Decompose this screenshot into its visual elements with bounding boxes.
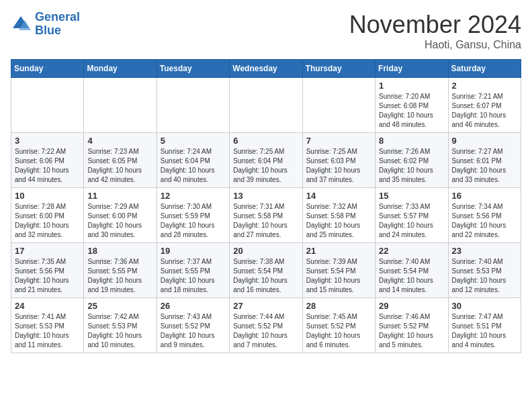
calendar-week-row: 3Sunrise: 7:22 AM Sunset: 6:06 PM Daylig… [11,133,521,188]
day-info: Sunrise: 7:27 AM Sunset: 6:01 PM Dayligh… [452,147,517,185]
day-info: Sunrise: 7:23 AM Sunset: 6:05 PM Dayligh… [87,147,152,185]
calendar-cell: 7Sunrise: 7:25 AM Sunset: 6:03 PM Daylig… [302,133,375,188]
weekday-header: Wednesday [230,60,302,78]
calendar-cell [84,78,157,133]
day-number: 23 [452,246,517,256]
day-info: Sunrise: 7:37 AM Sunset: 5:55 PM Dayligh… [161,257,226,295]
calendar-cell: 8Sunrise: 7:26 AM Sunset: 6:02 PM Daylig… [375,133,448,188]
calendar-cell: 24Sunrise: 7:41 AM Sunset: 5:53 PM Dayli… [11,298,84,353]
weekday-header: Thursday [302,60,375,78]
calendar-cell [302,78,375,133]
day-number: 18 [87,246,152,256]
day-number: 9 [452,136,517,146]
day-info: Sunrise: 7:26 AM Sunset: 6:02 PM Dayligh… [379,147,444,185]
day-info: Sunrise: 7:40 AM Sunset: 5:53 PM Dayligh… [452,257,517,295]
day-number: 20 [233,246,298,256]
day-info: Sunrise: 7:47 AM Sunset: 5:51 PM Dayligh… [452,312,517,350]
day-info: Sunrise: 7:33 AM Sunset: 5:57 PM Dayligh… [379,202,444,240]
day-number: 28 [306,301,371,311]
calendar-week-row: 10Sunrise: 7:28 AM Sunset: 6:00 PM Dayli… [11,188,521,243]
day-number: 3 [15,136,80,146]
page-header: General Blue November 2024 Haoti, Gansu,… [11,11,521,51]
day-number: 8 [379,136,444,146]
calendar-cell [11,78,84,133]
month-title: November 2024 [349,11,521,39]
day-number: 22 [379,246,444,256]
day-info: Sunrise: 7:28 AM Sunset: 6:00 PM Dayligh… [15,202,80,240]
logo-icon [11,14,31,34]
day-number: 15 [379,191,444,201]
calendar-cell: 25Sunrise: 7:42 AM Sunset: 5:53 PM Dayli… [84,298,157,353]
calendar-cell: 3Sunrise: 7:22 AM Sunset: 6:06 PM Daylig… [11,133,84,188]
day-info: Sunrise: 7:22 AM Sunset: 6:06 PM Dayligh… [15,147,80,185]
calendar-cell: 6Sunrise: 7:25 AM Sunset: 6:04 PM Daylig… [230,133,302,188]
calendar-cell: 30Sunrise: 7:47 AM Sunset: 5:51 PM Dayli… [448,298,521,353]
calendar-cell: 15Sunrise: 7:33 AM Sunset: 5:57 PM Dayli… [375,188,448,243]
calendar-cell: 22Sunrise: 7:40 AM Sunset: 5:54 PM Dayli… [375,243,448,298]
calendar-cell [230,78,302,133]
day-number: 25 [87,301,152,311]
calendar-cell: 21Sunrise: 7:39 AM Sunset: 5:54 PM Dayli… [302,243,375,298]
day-number: 27 [233,301,298,311]
weekday-header: Monday [84,60,157,78]
calendar-cell: 18Sunrise: 7:36 AM Sunset: 5:55 PM Dayli… [84,243,157,298]
calendar-cell: 26Sunrise: 7:43 AM Sunset: 5:52 PM Dayli… [157,298,229,353]
calendar-cell: 13Sunrise: 7:31 AM Sunset: 5:58 PM Dayli… [230,188,302,243]
day-number: 21 [306,246,371,256]
calendar-cell: 23Sunrise: 7:40 AM Sunset: 5:53 PM Dayli… [448,243,521,298]
day-info: Sunrise: 7:35 AM Sunset: 5:56 PM Dayligh… [15,257,80,295]
day-number: 16 [452,191,517,201]
logo-line1: General [35,10,80,24]
calendar-cell: 20Sunrise: 7:38 AM Sunset: 5:54 PM Dayli… [230,243,302,298]
day-number: 5 [161,136,226,146]
calendar-cell: 19Sunrise: 7:37 AM Sunset: 5:55 PM Dayli… [157,243,229,298]
day-number: 14 [306,191,371,201]
day-info: Sunrise: 7:46 AM Sunset: 5:52 PM Dayligh… [379,312,444,350]
day-info: Sunrise: 7:43 AM Sunset: 5:52 PM Dayligh… [161,312,226,350]
day-number: 7 [306,136,371,146]
day-info: Sunrise: 7:34 AM Sunset: 5:56 PM Dayligh… [452,202,517,240]
logo: General Blue [11,11,80,38]
calendar-cell: 14Sunrise: 7:32 AM Sunset: 5:58 PM Dayli… [302,188,375,243]
day-info: Sunrise: 7:39 AM Sunset: 5:54 PM Dayligh… [306,257,371,295]
day-number: 26 [161,301,226,311]
weekday-header: Tuesday [157,60,229,78]
calendar: SundayMondayTuesdayWednesdayThursdayFrid… [11,59,521,353]
day-number: 11 [87,191,152,201]
day-number: 24 [15,301,80,311]
day-info: Sunrise: 7:38 AM Sunset: 5:54 PM Dayligh… [233,257,298,295]
calendar-week-row: 24Sunrise: 7:41 AM Sunset: 5:53 PM Dayli… [11,298,521,353]
day-info: Sunrise: 7:44 AM Sunset: 5:52 PM Dayligh… [233,312,298,350]
day-number: 12 [161,191,226,201]
calendar-week-row: 17Sunrise: 7:35 AM Sunset: 5:56 PM Dayli… [11,243,521,298]
day-number: 6 [233,136,298,146]
weekday-header: Friday [375,60,448,78]
calendar-cell: 5Sunrise: 7:24 AM Sunset: 6:04 PM Daylig… [157,133,229,188]
day-number: 17 [15,246,80,256]
calendar-cell: 16Sunrise: 7:34 AM Sunset: 5:56 PM Dayli… [448,188,521,243]
weekday-header: Sunday [11,60,84,78]
day-info: Sunrise: 7:31 AM Sunset: 5:58 PM Dayligh… [233,202,298,240]
calendar-cell: 29Sunrise: 7:46 AM Sunset: 5:52 PM Dayli… [375,298,448,353]
calendar-cell: 28Sunrise: 7:45 AM Sunset: 5:52 PM Dayli… [302,298,375,353]
calendar-cell: 1Sunrise: 7:20 AM Sunset: 6:08 PM Daylig… [375,78,448,133]
day-number: 1 [379,81,444,91]
day-number: 29 [379,301,444,311]
day-info: Sunrise: 7:21 AM Sunset: 6:07 PM Dayligh… [452,92,517,130]
calendar-week-row: 1Sunrise: 7:20 AM Sunset: 6:08 PM Daylig… [11,78,521,133]
day-info: Sunrise: 7:36 AM Sunset: 5:55 PM Dayligh… [87,257,152,295]
day-number: 13 [233,191,298,201]
location: Haoti, Gansu, China [349,39,521,51]
day-number: 10 [15,191,80,201]
day-number: 19 [161,246,226,256]
day-info: Sunrise: 7:29 AM Sunset: 6:00 PM Dayligh… [87,202,152,240]
calendar-cell: 9Sunrise: 7:27 AM Sunset: 6:01 PM Daylig… [448,133,521,188]
day-info: Sunrise: 7:24 AM Sunset: 6:04 PM Dayligh… [161,147,226,185]
day-info: Sunrise: 7:25 AM Sunset: 6:04 PM Dayligh… [233,147,298,185]
weekday-header-row: SundayMondayTuesdayWednesdayThursdayFrid… [11,60,521,78]
calendar-cell: 17Sunrise: 7:35 AM Sunset: 5:56 PM Dayli… [11,243,84,298]
calendar-cell [157,78,229,133]
calendar-cell: 27Sunrise: 7:44 AM Sunset: 5:52 PM Dayli… [230,298,302,353]
calendar-cell: 4Sunrise: 7:23 AM Sunset: 6:05 PM Daylig… [84,133,157,188]
logo-text: General Blue [35,11,80,38]
